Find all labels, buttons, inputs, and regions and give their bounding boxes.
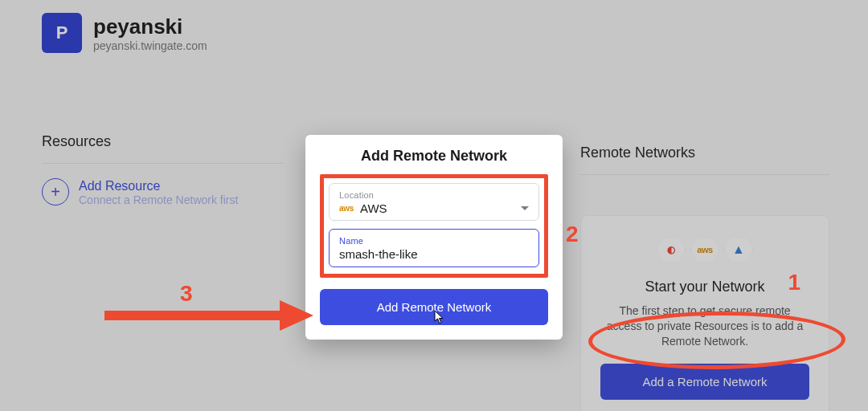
- modal-title: Add Remote Network: [320, 148, 548, 165]
- chevron-down-icon: [521, 206, 529, 210]
- name-input[interactable]: [339, 246, 529, 261]
- add-remote-network-modal: Add Remote Network Location aws AWS Name…: [305, 135, 563, 340]
- location-control: aws AWS: [339, 200, 529, 215]
- annotation-highlight-box: Location aws AWS Name: [320, 174, 548, 278]
- name-label: Name: [339, 236, 529, 246]
- page-root: P peyanski peyanski.twingate.com Resourc…: [0, 0, 868, 411]
- name-field-wrapper: Name: [329, 229, 539, 267]
- modal-submit-button[interactable]: Add Remote Network: [320, 289, 548, 325]
- location-value: AWS: [360, 201, 514, 215]
- modal-submit-label: Add Remote Network: [377, 300, 492, 314]
- location-label: Location: [339, 190, 529, 200]
- aws-provider-icon: aws: [339, 204, 354, 213]
- location-select[interactable]: Location aws AWS: [329, 183, 539, 221]
